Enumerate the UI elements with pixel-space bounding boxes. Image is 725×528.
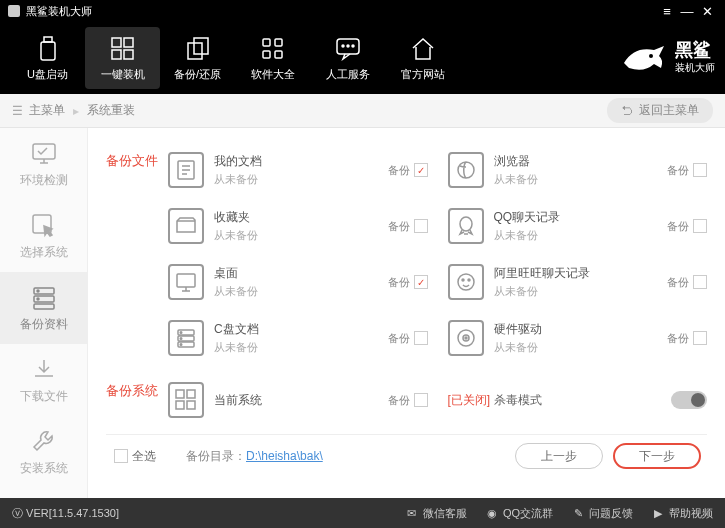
sidebar-backup-data[interactable]: 备份资料 — [0, 272, 87, 344]
nav-usb-boot[interactable]: U盘启动 — [10, 27, 85, 89]
svg-rect-44 — [176, 401, 184, 409]
backup-item: 收藏夹从未备份 备份 — [168, 198, 428, 254]
list-icon: ☰ — [12, 104, 23, 118]
item-icon — [168, 320, 204, 356]
svg-rect-43 — [187, 390, 195, 398]
usb-icon — [34, 35, 62, 63]
svg-point-37 — [180, 338, 182, 340]
app-title: 黑鲨装机大师 — [26, 4, 92, 19]
copy-icon — [184, 35, 212, 63]
svg-rect-2 — [112, 38, 121, 47]
svg-point-15 — [352, 45, 354, 47]
nav-support[interactable]: 人工服务 — [310, 27, 385, 89]
backup-dir-link[interactable]: D:\heisha\bak\ — [246, 449, 323, 463]
windows-icon — [109, 35, 137, 63]
shark-icon — [619, 38, 669, 78]
breadcrumb-root[interactable]: 主菜单 — [29, 102, 65, 119]
server-icon — [30, 284, 58, 312]
item-icon — [168, 264, 204, 300]
svg-rect-6 — [188, 43, 202, 59]
svg-rect-29 — [177, 274, 195, 287]
backup-item: QQ聊天记录从未备份 备份 — [448, 198, 708, 254]
sidebar-select-system[interactable]: 选择系统 — [0, 200, 87, 272]
nav-one-click[interactable]: 一键装机 — [85, 27, 160, 89]
svg-rect-9 — [275, 39, 282, 46]
antivirus-row: [已关闭] 杀毒模式 — [448, 372, 708, 428]
feedback-icon: ✎ — [571, 506, 585, 520]
chat-icon — [334, 35, 362, 63]
download-icon — [30, 356, 58, 384]
nav-software[interactable]: 软件大全 — [235, 27, 310, 89]
nav-backup-restore[interactable]: 备份/还原 — [160, 27, 235, 89]
svg-point-14 — [347, 45, 349, 47]
return-main-button[interactable]: ⮌ 返回主菜单 — [607, 98, 713, 123]
grid-icon — [259, 35, 287, 63]
nav-website[interactable]: 官方网站 — [385, 27, 460, 89]
item-icon — [448, 320, 484, 356]
svg-point-28 — [460, 217, 472, 231]
svg-rect-42 — [176, 390, 184, 398]
app-icon — [8, 5, 20, 17]
sb-qq[interactable]: ◉QQ交流群 — [485, 506, 553, 521]
svg-point-38 — [180, 344, 182, 346]
chevron-right-icon: ▸ — [73, 104, 79, 118]
sidebar-download[interactable]: 下载文件 — [0, 344, 87, 416]
svg-point-30 — [458, 274, 474, 290]
svg-point-36 — [180, 332, 182, 334]
sidebar-install[interactable]: 安装系统 — [0, 416, 87, 488]
content: 备份文件 我的文档从未备份 备份✓ 浏览器从未备份 备份 收藏夹从未备份 备份 … — [88, 128, 725, 498]
checkbox-select-all[interactable] — [114, 449, 128, 463]
checkbox-current-system[interactable] — [414, 393, 428, 407]
backup-item: 阿里旺旺聊天记录从未备份 备份 — [448, 254, 708, 310]
monitor-check-icon — [30, 140, 58, 168]
logo-main: 黑鲨 — [675, 41, 715, 61]
svg-rect-5 — [124, 50, 133, 59]
svg-rect-7 — [194, 38, 208, 54]
checkbox[interactable] — [693, 275, 707, 289]
backup-item-current-system: 当前系统 备份 — [168, 372, 428, 428]
sidebar: 环境检测 选择系统 备份资料 下载文件 安装系统 — [0, 128, 88, 498]
antivirus-toggle[interactable] — [671, 391, 707, 409]
wrench-icon — [30, 428, 58, 456]
close-icon[interactable]: ✕ — [697, 4, 717, 19]
svg-rect-45 — [187, 401, 195, 409]
checkbox[interactable]: ✓ — [414, 275, 428, 289]
sidebar-env-check[interactable]: 环境检测 — [0, 128, 87, 200]
checkbox[interactable] — [414, 331, 428, 345]
minimize-icon[interactable]: — — [677, 4, 697, 19]
checkbox[interactable] — [693, 163, 707, 177]
next-button[interactable]: 下一步 — [613, 443, 701, 469]
backup-item: 硬件驱动从未备份 备份 — [448, 310, 708, 366]
return-icon: ⮌ — [621, 104, 633, 118]
statusbar: ⓥ VER[11.5.47.1530] ✉微信客服 ◉QQ交流群 ✎问题反馈 ▶… — [0, 498, 725, 528]
checkbox[interactable] — [414, 219, 428, 233]
svg-point-22 — [37, 290, 39, 292]
item-icon — [448, 264, 484, 300]
titlebar: 黑鲨装机大师 ≡ — ✕ — [0, 0, 725, 22]
svg-rect-8 — [263, 39, 270, 46]
version-icon: ⓥ — [12, 506, 23, 521]
home-icon — [409, 35, 437, 63]
svg-rect-21 — [34, 304, 54, 309]
svg-point-23 — [37, 298, 39, 300]
sb-wechat[interactable]: ✉微信客服 — [405, 506, 467, 521]
backup-item: C盘文档从未备份 备份 — [168, 310, 428, 366]
svg-rect-11 — [275, 51, 282, 58]
sb-feedback[interactable]: ✎问题反馈 — [571, 506, 633, 521]
version-text: VER[11.5.47.1530] — [26, 507, 119, 519]
breadcrumb-current: 系统重装 — [87, 102, 135, 119]
prev-button[interactable]: 上一步 — [515, 443, 603, 469]
section-files-label: 备份文件 — [106, 142, 168, 366]
qq-icon: ◉ — [485, 506, 499, 520]
sb-help[interactable]: ▶帮助视频 — [651, 506, 713, 521]
menu-icon[interactable]: ≡ — [657, 4, 677, 19]
logo-sub: 装机大师 — [675, 61, 715, 75]
section-system-label: 备份系统 — [106, 372, 168, 428]
svg-rect-3 — [124, 38, 133, 47]
checkbox[interactable] — [693, 219, 707, 233]
checkbox[interactable]: ✓ — [414, 163, 428, 177]
svg-point-16 — [649, 54, 653, 58]
svg-rect-4 — [112, 50, 121, 59]
checkbox[interactable] — [693, 331, 707, 345]
video-icon: ▶ — [651, 506, 665, 520]
